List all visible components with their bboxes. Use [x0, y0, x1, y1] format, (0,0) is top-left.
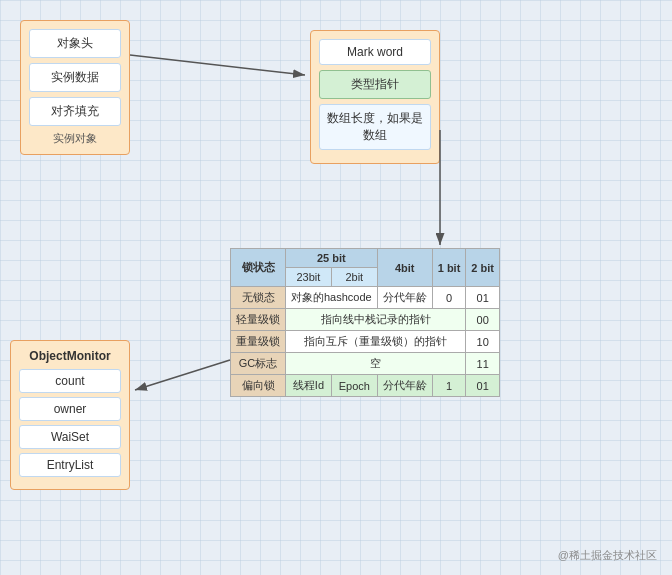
array-length-item: 数组长度，如果是数组 — [319, 104, 431, 150]
instance-align-item: 对齐填充 — [29, 97, 121, 126]
table-row: GC标志 空 11 — [231, 353, 500, 375]
header-4bit: 4bit — [377, 249, 432, 287]
flag-cell: 00 — [466, 309, 500, 331]
header-2bit: 2 bit — [466, 249, 500, 287]
instance-header-item: 对象头 — [29, 29, 121, 58]
header-lock-state: 锁状态 — [231, 249, 286, 287]
instance-box: 对象头 实例数据 对齐填充 实例对象 — [20, 20, 130, 155]
header-25bit: 25 bit — [286, 249, 378, 268]
class-box: Mark word 类型指针 数组长度，如果是数组 — [310, 30, 440, 164]
monitor-count: count — [19, 369, 121, 393]
markword-table: 锁状态 25 bit 4bit 1 bit 2 bit 23bit 2bit 无… — [230, 248, 500, 397]
watermark: @稀土掘金技术社区 — [558, 548, 657, 563]
gen-age2-cell: 分代年龄 — [377, 375, 432, 397]
light-ptr-cell: 指向线中栈记录的指针 — [286, 309, 466, 331]
state-cell: GC标志 — [231, 353, 286, 375]
mark-word-item: Mark word — [319, 39, 431, 65]
table-row: 重量级锁 指向互斥（重量级锁）的指针 10 — [231, 331, 500, 353]
flag-cell: 11 — [466, 353, 500, 375]
heavy-ptr-cell: 指向互斥（重量级锁）的指针 — [286, 331, 466, 353]
gc-empty-cell: 空 — [286, 353, 466, 375]
header-1bit: 1 bit — [432, 249, 466, 287]
diagram-area: 对象头 实例数据 对齐填充 实例对象 Mark word 类型指针 数组长度，如… — [0, 0, 672, 575]
monitor-title: ObjectMonitor — [19, 349, 121, 363]
monitor-owner: owner — [19, 397, 121, 421]
flag2-cell: 01 — [466, 375, 500, 397]
hashcode-cell: 对象的hashcode — [286, 287, 378, 309]
monitor-entrylist: EntryList — [19, 453, 121, 477]
sub-2bit: 2bit — [331, 268, 377, 287]
bias-cell: 0 — [432, 287, 466, 309]
state-cell: 无锁态 — [231, 287, 286, 309]
gen-age-cell: 分代年龄 — [377, 287, 432, 309]
table-row: 无锁态 对象的hashcode 分代年龄 0 01 — [231, 287, 500, 309]
flag-cell: 10 — [466, 331, 500, 353]
bias2-cell: 1 — [432, 375, 466, 397]
instance-box-label: 实例对象 — [29, 131, 121, 146]
flag-cell: 01 — [466, 287, 500, 309]
type-pointer-item: 类型指针 — [319, 70, 431, 99]
state-cell: 轻量级锁 — [231, 309, 286, 331]
state-cell: 重量级锁 — [231, 331, 286, 353]
sub-23bit: 23bit — [286, 268, 332, 287]
arrow-table-to-monitor — [135, 360, 230, 390]
epoch-cell: Epoch — [331, 375, 377, 397]
thread-id-cell: 线程Id — [286, 375, 332, 397]
arrow-instance-to-class — [130, 55, 305, 75]
instance-data-item: 实例数据 — [29, 63, 121, 92]
monitor-waiset: WaiSet — [19, 425, 121, 449]
monitor-box: ObjectMonitor count owner WaiSet EntryLi… — [10, 340, 130, 490]
table-row: 轻量级锁 指向线中栈记录的指针 00 — [231, 309, 500, 331]
state-cell: 偏向锁 — [231, 375, 286, 397]
table-header-row: 锁状态 25 bit 4bit 1 bit 2 bit — [231, 249, 500, 268]
table-row: 偏向锁 线程Id Epoch 分代年龄 1 01 — [231, 375, 500, 397]
